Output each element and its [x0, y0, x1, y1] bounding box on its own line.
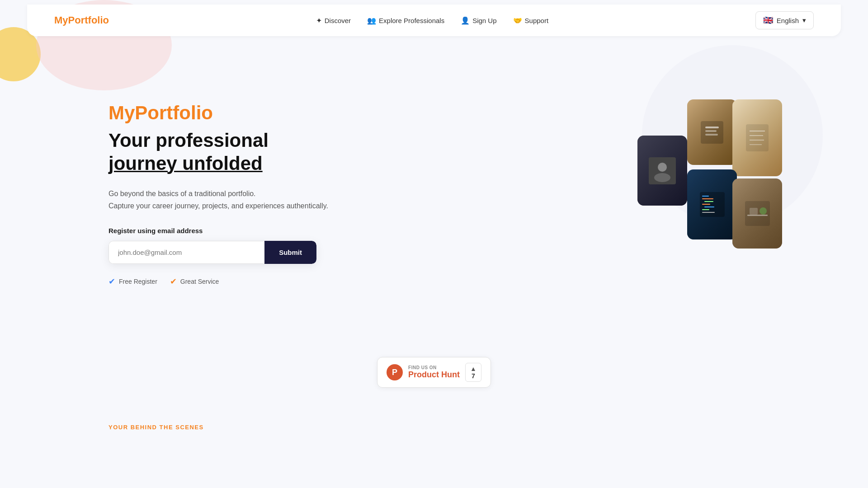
product-hunt-find-label: FIND US ON [408, 365, 460, 370]
svg-rect-21 [747, 215, 768, 216]
svg-rect-17 [704, 206, 714, 207]
nav-label-explore: Explore Professionals [379, 17, 444, 24]
svg-rect-3 [701, 121, 723, 144]
nav-label-discover: Discover [325, 17, 351, 24]
photo-desk [732, 178, 782, 249]
hero-photos [624, 99, 778, 289]
behind-scenes-label: YOUR BEHIND THE SCENES [108, 424, 760, 431]
logo-my: My [54, 14, 68, 26]
product-hunt-section: P FIND US ON Product Hunt ▲ 7 [0, 352, 868, 406]
svg-rect-19 [702, 212, 715, 213]
signup-icon: 👤 [461, 16, 470, 25]
photo-grid [624, 99, 778, 307]
logo-portfolio: Portfolio [68, 14, 109, 26]
svg-rect-13 [702, 196, 709, 197]
photo-team [637, 136, 687, 206]
free-register-icon: ✔ [108, 277, 115, 286]
nav-logo[interactable]: MyPortfolio [54, 14, 109, 26]
nav-label-signup: Sign Up [472, 17, 496, 24]
hero-brand: MyPortfolio [108, 102, 328, 124]
hero-title-line1: Your professional [108, 130, 269, 151]
hero-title-line2: journey unfolded [108, 153, 263, 174]
badge-free-label: Free Register [119, 278, 157, 285]
svg-rect-7 [746, 124, 769, 151]
svg-rect-22 [750, 208, 758, 215]
product-hunt-votes: ▲ 7 [465, 363, 481, 382]
hero-desc-line1: Go beyond the basics of a traditional po… [108, 190, 256, 197]
hero-section: MyPortfolio Your professional journey un… [0, 36, 868, 352]
svg-rect-14 [702, 198, 713, 199]
photo-writing [732, 99, 782, 176]
product-hunt-name: Product Hunt [408, 370, 460, 380]
language-selector[interactable]: 🇬🇧 English ▾ [755, 11, 814, 29]
support-icon: 🤝 [513, 16, 522, 25]
hero-content: MyPortfolio Your professional journey un… [108, 102, 328, 286]
nav-item-support[interactable]: 🤝 Support [513, 16, 549, 25]
badge-great-service: ✔ Great Service [170, 277, 219, 286]
nav-item-discover[interactable]: ✦ Discover [316, 16, 351, 25]
product-hunt-logo: P [387, 364, 403, 380]
nav-link-support[interactable]: 🤝 Support [513, 16, 549, 25]
product-hunt-text: FIND US ON Product Hunt [408, 365, 460, 380]
email-form: Submit [108, 241, 316, 264]
bottom-section: YOUR BEHIND THE SCENES [0, 406, 868, 449]
svg-point-1 [658, 163, 667, 172]
badge-great-label: Great Service [180, 278, 219, 285]
nav-label-support: Support [525, 17, 549, 24]
photo-code [687, 169, 737, 239]
hero-title: Your professional journey unfolded [108, 129, 328, 175]
discover-icon: ✦ [316, 16, 322, 25]
upvote-arrow-icon: ▲ [470, 365, 476, 372]
vote-count: 7 [472, 372, 475, 380]
language-label: English [777, 17, 799, 24]
email-input[interactable] [108, 241, 264, 264]
nav-item-signup[interactable]: 👤 Sign Up [461, 16, 496, 25]
dropdown-arrow-icon: ▾ [802, 16, 806, 24]
flag-icon: 🇬🇧 [763, 15, 773, 25]
register-label: Register using email address [108, 227, 328, 235]
hero-desc-line2: Capture your career journey, projects, a… [108, 202, 328, 210]
svg-rect-15 [704, 201, 713, 202]
photo-team-desc [637, 136, 687, 206]
great-service-icon: ✔ [170, 277, 177, 286]
svg-rect-16 [702, 204, 710, 205]
svg-rect-5 [705, 130, 717, 132]
nav-link-signup[interactable]: 👤 Sign Up [461, 16, 496, 25]
svg-rect-6 [705, 134, 718, 136]
product-hunt-badge[interactable]: P FIND US ON Product Hunt ▲ 7 [377, 357, 491, 388]
svg-rect-4 [705, 127, 719, 128]
svg-rect-18 [702, 209, 709, 210]
photo-notes [687, 99, 737, 165]
nav-link-discover[interactable]: ✦ Discover [316, 16, 351, 25]
hero-description: Go beyond the basics of a traditional po… [108, 188, 328, 212]
nav-item-explore[interactable]: 👥 Explore Professionals [367, 16, 444, 25]
submit-button[interactable]: Submit [264, 241, 316, 264]
badges: ✔ Free Register ✔ Great Service [108, 277, 328, 286]
svg-point-23 [760, 207, 767, 215]
navbar: MyPortfolio ✦ Discover 👥 Explore Profess… [27, 5, 841, 36]
nav-links: ✦ Discover 👥 Explore Professionals 👤 Sig… [316, 16, 548, 25]
svg-point-2 [654, 173, 670, 182]
badge-free-register: ✔ Free Register [108, 277, 157, 286]
nav-link-explore[interactable]: 👥 Explore Professionals [367, 16, 444, 25]
explore-icon: 👥 [367, 16, 376, 25]
